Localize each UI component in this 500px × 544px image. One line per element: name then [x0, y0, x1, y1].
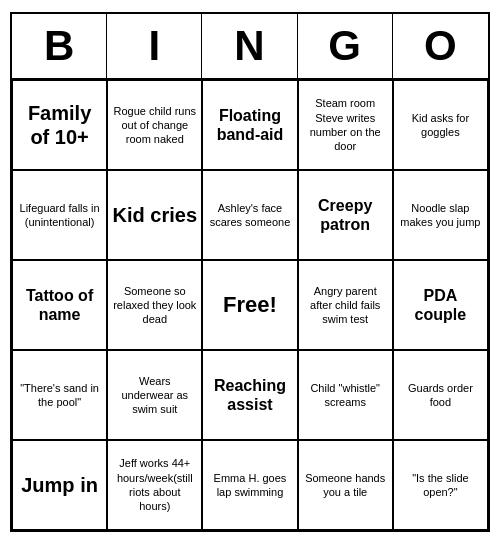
- cell-text-12: Free!: [223, 291, 277, 320]
- bingo-header: BINGO: [12, 14, 488, 80]
- cell-text-14: PDA couple: [398, 286, 483, 324]
- bingo-cell-21: Jeff works 44+ hours/week(still riots ab…: [107, 440, 202, 530]
- cell-text-5: Lifeguard falls in (unintentional): [17, 201, 102, 230]
- bingo-cell-10: Tattoo of name: [12, 260, 107, 350]
- bingo-cell-16: Wears underwear as swim suit: [107, 350, 202, 440]
- bingo-letter-g: G: [298, 14, 393, 78]
- bingo-cell-2: Floating band-aid: [202, 80, 297, 170]
- cell-text-18: Child "whistle" screams: [303, 381, 388, 410]
- bingo-cell-6: Kid cries: [107, 170, 202, 260]
- bingo-cell-11: Someone so relaxed they look dead: [107, 260, 202, 350]
- cell-text-4: Kid asks for goggles: [398, 111, 483, 140]
- cell-text-3: Steam room Steve writes number on the do…: [303, 96, 388, 153]
- bingo-letter-i: I: [107, 14, 202, 78]
- cell-text-24: "Is the slide open?": [398, 471, 483, 500]
- cell-text-11: Someone so relaxed they look dead: [112, 284, 197, 327]
- cell-text-13: Angry parent after child fails swim test: [303, 284, 388, 327]
- cell-text-23: Someone hands you a tile: [303, 471, 388, 500]
- bingo-cell-13: Angry parent after child fails swim test: [298, 260, 393, 350]
- cell-text-20: Jump in: [21, 473, 98, 497]
- bingo-letter-o: O: [393, 14, 488, 78]
- bingo-grid: Family of 10+Rogue child runs out of cha…: [12, 80, 488, 530]
- bingo-cell-9: Noodle slap makes you jump: [393, 170, 488, 260]
- cell-text-1: Rogue child runs out of change room nake…: [112, 104, 197, 147]
- bingo-letter-b: B: [12, 14, 107, 78]
- bingo-card: BINGO Family of 10+Rogue child runs out …: [10, 12, 490, 532]
- bingo-cell-1: Rogue child runs out of change room nake…: [107, 80, 202, 170]
- bingo-cell-14: PDA couple: [393, 260, 488, 350]
- cell-text-0: Family of 10+: [17, 101, 102, 149]
- cell-text-8: Creepy patron: [303, 196, 388, 234]
- bingo-cell-15: "There's sand in the pool": [12, 350, 107, 440]
- bingo-cell-7: Ashley's face scares someone: [202, 170, 297, 260]
- cell-text-10: Tattoo of name: [17, 286, 102, 324]
- bingo-cell-4: Kid asks for goggles: [393, 80, 488, 170]
- cell-text-6: Kid cries: [113, 203, 197, 227]
- bingo-cell-18: Child "whistle" screams: [298, 350, 393, 440]
- bingo-cell-24: "Is the slide open?": [393, 440, 488, 530]
- bingo-cell-19: Guards order food: [393, 350, 488, 440]
- cell-text-16: Wears underwear as swim suit: [112, 374, 197, 417]
- bingo-cell-12: Free!: [202, 260, 297, 350]
- bingo-cell-8: Creepy patron: [298, 170, 393, 260]
- cell-text-22: Emma H. goes lap swimming: [207, 471, 292, 500]
- bingo-cell-17: Reaching assist: [202, 350, 297, 440]
- cell-text-2: Floating band-aid: [207, 106, 292, 144]
- cell-text-17: Reaching assist: [207, 376, 292, 414]
- cell-text-15: "There's sand in the pool": [17, 381, 102, 410]
- cell-text-19: Guards order food: [398, 381, 483, 410]
- cell-text-21: Jeff works 44+ hours/week(still riots ab…: [112, 456, 197, 513]
- bingo-cell-22: Emma H. goes lap swimming: [202, 440, 297, 530]
- bingo-letter-n: N: [202, 14, 297, 78]
- bingo-cell-0: Family of 10+: [12, 80, 107, 170]
- bingo-cell-5: Lifeguard falls in (unintentional): [12, 170, 107, 260]
- cell-text-7: Ashley's face scares someone: [207, 201, 292, 230]
- bingo-cell-20: Jump in: [12, 440, 107, 530]
- bingo-cell-3: Steam room Steve writes number on the do…: [298, 80, 393, 170]
- cell-text-9: Noodle slap makes you jump: [398, 201, 483, 230]
- bingo-cell-23: Someone hands you a tile: [298, 440, 393, 530]
